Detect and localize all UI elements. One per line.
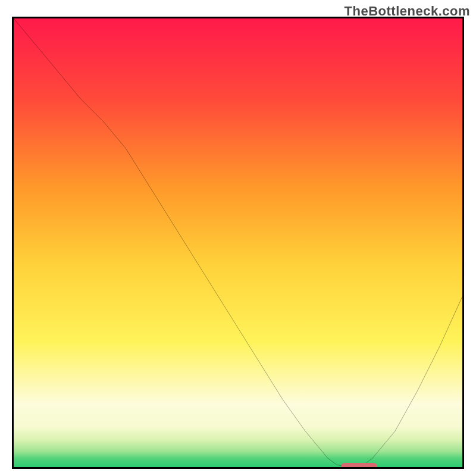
bottleneck-chart: TheBottleneck.com: [0, 0, 476, 476]
optimum-marker: [341, 463, 377, 469]
bottleneck-curve: [14, 18, 462, 467]
plot-area: [12, 17, 464, 469]
